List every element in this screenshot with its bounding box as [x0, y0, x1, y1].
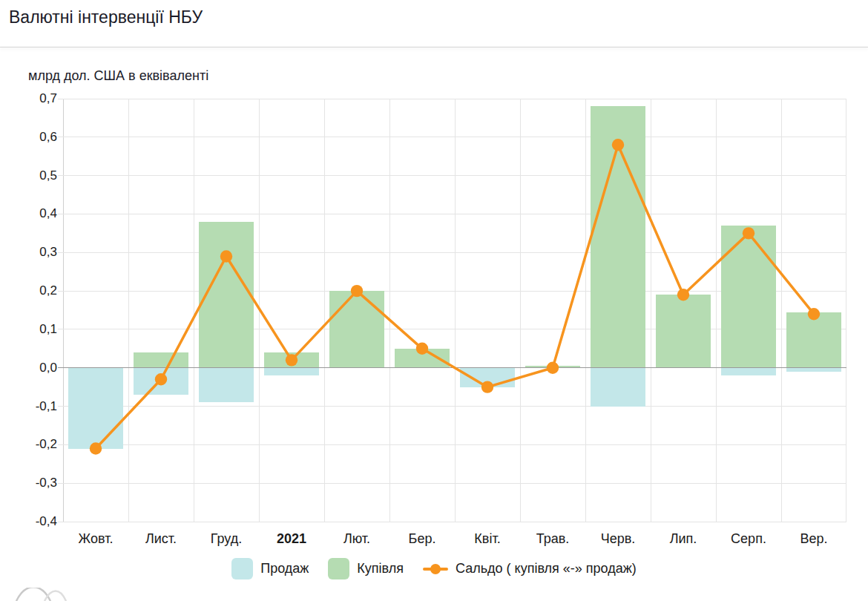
saldo-point[interactable] — [481, 381, 493, 393]
saldo-point[interactable] — [808, 308, 820, 320]
saldo-point[interactable] — [90, 442, 102, 454]
y-tick-label: 0,5 — [0, 168, 57, 183]
x-tick-label: Груд. — [194, 528, 259, 549]
saldo-marker-icon — [423, 564, 448, 574]
y-tick-label: -0,1 — [0, 399, 57, 414]
y-tick-label: -0,3 — [0, 476, 57, 490]
x-tick-label: Серп. — [716, 528, 781, 549]
y-tick-label: 0,1 — [0, 322, 57, 337]
chart-subtitle: млрд дол. США в еквіваленті — [28, 68, 208, 84]
y-tick-label: 0,3 — [0, 245, 57, 260]
legend-label-kupivlya: Купівля — [357, 561, 404, 577]
saldo-point[interactable] — [743, 227, 754, 239]
saldo-point[interactable] — [416, 343, 428, 355]
x-tick-label: Лист. — [128, 528, 194, 549]
saldo-point[interactable] — [677, 289, 689, 300]
saldo-point[interactable] — [547, 362, 559, 374]
x-tick-label: Трав. — [520, 528, 585, 549]
header: Валютні інтервенції НБУ — [0, 0, 868, 47]
x-tick-label: Жовт. — [63, 528, 128, 549]
saldo-point[interactable] — [612, 139, 624, 151]
legend-item-kupivlya[interactable]: Купівля — [328, 558, 404, 579]
x-tick-label: Лют. — [324, 528, 389, 549]
watermark-logo-icon — [13, 588, 88, 601]
x-tick-label: Квіт. — [455, 528, 520, 549]
y-tick-label: -0,4 — [0, 514, 57, 529]
saldo-point[interactable] — [220, 250, 232, 262]
legend-item-saldo[interactable]: Сальдо ( купівля «-» продаж) — [423, 561, 637, 577]
legend-item-prodazh[interactable]: Продаж — [231, 558, 309, 579]
y-tick-label: 0,2 — [0, 283, 57, 298]
header-divider — [0, 47, 868, 47]
saldo-point[interactable] — [155, 373, 167, 385]
page-title: Валютні інтервенції НБУ — [9, 7, 203, 27]
y-axis-labels: 0,70,60,50,40,30,20,10,0-0,1-0,2-0,3-0,4 — [0, 99, 57, 522]
x-tick-label: 2021 — [259, 528, 324, 549]
y-tick-label: 0,6 — [0, 130, 57, 145]
x-tick-label: Бер. — [389, 528, 455, 549]
y-tick-label: 0,4 — [0, 206, 57, 221]
plot-area — [63, 99, 846, 522]
saldo-point[interactable] — [351, 285, 363, 297]
prodazh-swatch-icon — [231, 558, 253, 579]
saldo-line — [96, 145, 814, 448]
x-axis-labels: Жовт.Лист.Груд.2021Лют.Бер.Квіт.Трав.Чер… — [63, 528, 846, 551]
x-tick-label: Вер. — [781, 528, 846, 549]
x-tick-label: Черв. — [585, 528, 651, 549]
y-tick-label: 0,7 — [0, 91, 57, 106]
y-tick-label: 0,0 — [0, 361, 57, 375]
kupivlya-swatch-icon — [328, 558, 349, 579]
saldo-line-layer — [63, 99, 846, 522]
legend-label-saldo: Сальдо ( купівля «-» продаж) — [456, 561, 637, 577]
saldo-point[interactable] — [286, 354, 297, 366]
legend: Продаж Купівля Сальдо ( купівля «-» прод… — [0, 558, 868, 579]
x-tick-label: Лип. — [651, 528, 716, 549]
y-tick-label: -0,2 — [0, 437, 57, 452]
legend-label-prodazh: Продаж — [260, 561, 309, 577]
